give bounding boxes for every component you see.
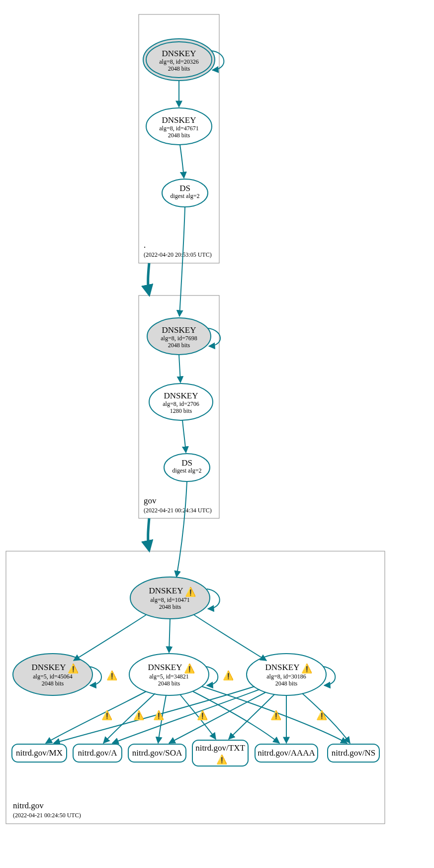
warning-icon: ⚠️ xyxy=(68,663,79,674)
warning-icon: ⚠️ xyxy=(216,754,228,765)
node-gov-ds: DS digest alg=2 xyxy=(164,454,210,482)
svg-text:2048 bits: 2048 bits xyxy=(168,65,190,72)
edge-deleg-gov-to-nitrd xyxy=(148,518,149,550)
zone-root-name: . xyxy=(144,240,146,250)
warning-icon: ⚠️ xyxy=(184,663,195,674)
edge-gov-ds-to-nitrd-ksk xyxy=(176,482,187,577)
warning-icon: ⚠️ xyxy=(106,670,118,681)
node-nitrd-ksk: DNSKEY ⚠️ alg=8, id=10471 2048 bits xyxy=(130,577,210,619)
svg-text:DNSKEY: DNSKEY xyxy=(162,115,196,125)
zone-nitrd-name: nitrd.gov xyxy=(13,801,44,810)
svg-text:DS: DS xyxy=(181,458,192,468)
edge-ksk-to-30186 xyxy=(194,615,266,661)
edge-ksk-to-45064 xyxy=(74,615,146,661)
svg-text:DNSKEY: DNSKEY xyxy=(265,663,300,672)
node-nitrd-34821: DNSKEY ⚠️ alg=5, id=34821 2048 bits xyxy=(129,654,209,695)
rr-txt: nitrd.gov/TXT ⚠️ xyxy=(192,740,248,766)
node-gov-ksk: DNSKEY alg=8, id=7698 2048 bits xyxy=(147,318,211,355)
svg-text:DS: DS xyxy=(179,184,190,193)
svg-text:alg=5, id=45064: alg=5, id=45064 xyxy=(33,673,73,680)
warning-icon: ⚠️ xyxy=(185,586,196,597)
node-nitrd-30186: DNSKEY ⚠️ alg=8, id=30186 2048 bits xyxy=(247,654,326,695)
svg-text:2048 bits: 2048 bits xyxy=(158,680,180,687)
rr-ns: nitrd.gov/NS xyxy=(328,744,379,762)
svg-text:alg=8, id=47671: alg=8, id=47671 xyxy=(159,125,199,132)
svg-text:alg=8, id=30186: alg=8, id=30186 xyxy=(266,673,306,680)
svg-text:alg=8, id=2706: alg=8, id=2706 xyxy=(163,400,199,407)
edge-30186-txt xyxy=(229,694,274,739)
warning-icon: ⚠️ xyxy=(153,710,165,721)
svg-text:2048 bits: 2048 bits xyxy=(42,680,64,687)
svg-text:2048 bits: 2048 bits xyxy=(275,680,298,687)
svg-text:digest alg=2: digest alg=2 xyxy=(172,467,201,474)
zone-gov-ts: (2022-04-21 00:24:34 UTC) xyxy=(144,507,212,514)
svg-text:2048 bits: 2048 bits xyxy=(168,132,190,139)
warning-icon: ⚠️ xyxy=(270,710,282,721)
svg-text:alg=5, id=34821: alg=5, id=34821 xyxy=(149,673,189,680)
edge-gov-ksk-to-zsk xyxy=(179,355,180,383)
node-root-ksk: DNSKEY alg=8, id=20326 2048 bits xyxy=(143,39,215,81)
edge-deleg-root-to-gov xyxy=(148,263,149,294)
svg-text:DNSKEY: DNSKEY xyxy=(162,325,196,335)
rr-soa: nitrd.gov/SOA xyxy=(128,744,186,762)
svg-text:nitrd.gov/A: nitrd.gov/A xyxy=(78,748,118,758)
svg-text:alg=8, id=10471: alg=8, id=10471 xyxy=(150,596,190,603)
edge-34821-mx xyxy=(46,691,146,743)
zone-nitrd-ts: (2022-04-21 00:24:50 UTC) xyxy=(13,812,81,819)
warning-icon: ⚠️ xyxy=(133,710,145,721)
rr-a: nitrd.gov/A xyxy=(73,744,122,762)
rr-mx: nitrd.gov/MX xyxy=(12,744,67,762)
zone-root-ts: (2022-04-20 20:53:05 UTC) xyxy=(144,251,212,258)
svg-text:DNSKEY: DNSKEY xyxy=(149,586,183,595)
svg-text:DNSKEY: DNSKEY xyxy=(32,663,66,672)
warning-icon: ⚠️ xyxy=(316,710,328,721)
warning-icon: ⚠️ xyxy=(223,670,234,681)
svg-text:1280 bits: 1280 bits xyxy=(170,407,192,414)
svg-text:nitrd.gov/MX: nitrd.gov/MX xyxy=(16,748,63,758)
node-root-zsk: DNSKEY alg=8, id=47671 2048 bits xyxy=(146,108,212,145)
node-gov-zsk: DNSKEY alg=8, id=2706 1280 bits xyxy=(149,384,213,420)
svg-text:nitrd.gov/TXT: nitrd.gov/TXT xyxy=(195,743,245,753)
warning-icon: ⚠️ xyxy=(301,663,313,674)
svg-text:nitrd.gov/SOA: nitrd.gov/SOA xyxy=(132,748,182,758)
svg-text:DNSKEY: DNSKEY xyxy=(162,49,196,58)
edge-ksk-to-34821 xyxy=(169,619,170,653)
dnssec-graph: . (2022-04-20 20:53:05 UTC) gov (2022-04… xyxy=(0,0,434,868)
svg-text:nitrd.gov/AAAA: nitrd.gov/AAAA xyxy=(258,748,315,758)
edge-root-zsk-to-ds xyxy=(180,145,184,178)
node-root-ds: DS digest alg=2 xyxy=(162,179,208,207)
svg-text:alg=8, id=7698: alg=8, id=7698 xyxy=(161,335,197,342)
svg-text:digest alg=2: digest alg=2 xyxy=(170,193,199,199)
edge-root-ds-to-gov-ksk xyxy=(179,207,185,316)
svg-text:2048 bits: 2048 bits xyxy=(168,342,190,349)
svg-text:2048 bits: 2048 bits xyxy=(159,603,181,610)
edge-gov-zsk-to-ds xyxy=(182,420,186,453)
warning-icon: ⚠️ xyxy=(101,710,113,721)
svg-text:DNSKEY: DNSKEY xyxy=(164,391,198,400)
svg-text:DNSKEY: DNSKEY xyxy=(148,663,182,672)
svg-text:nitrd.gov/NS: nitrd.gov/NS xyxy=(332,748,375,758)
zone-gov-name: gov xyxy=(144,496,157,505)
warning-icon: ⚠️ xyxy=(197,710,208,721)
rr-aaaa: nitrd.gov/AAAA xyxy=(255,744,318,762)
node-nitrd-45064: DNSKEY ⚠️ alg=5, id=45064 2048 bits xyxy=(13,654,92,695)
svg-text:alg=8, id=20326: alg=8, id=20326 xyxy=(159,58,199,65)
